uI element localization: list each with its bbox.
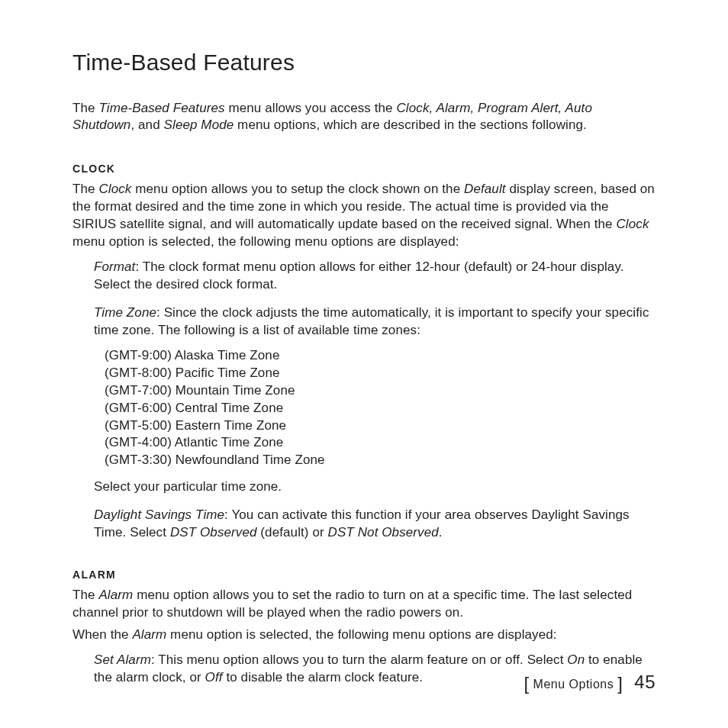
- text: : This menu option allows you to turn th…: [151, 652, 567, 667]
- page-content: Time-Based Features The Time-Based Featu…: [0, 0, 728, 728]
- page-number: 45: [634, 672, 656, 692]
- em-text: Off: [205, 670, 223, 685]
- alarm-header: ALARM: [72, 568, 656, 582]
- text: menu option is selected, the following m…: [72, 234, 459, 249]
- list-item: (GMT-4:00) Atlantic Time Zone: [105, 434, 656, 452]
- em-text: Set Alarm: [94, 652, 151, 667]
- em-text: Time-Based Features: [98, 101, 224, 115]
- page-title: Time-Based Features: [72, 47, 656, 79]
- text: When the: [72, 627, 132, 642]
- text: menu option allows you to setup the cloc…: [131, 182, 464, 196]
- text: (default) or: [257, 525, 328, 540]
- intro-paragraph: The Time-Based Features menu allows you …: [72, 100, 656, 135]
- em-text: Format: [94, 259, 135, 274]
- text: The: [72, 182, 98, 196]
- clock-paragraph-1: The Clock menu option allows you to setu…: [72, 181, 656, 251]
- em-text: On: [567, 652, 585, 667]
- list-item: (GMT-6:00) Central Time Zone: [105, 400, 656, 417]
- clock-timezone-item: Time Zone: Since the clock adjusts the t…: [94, 304, 656, 340]
- text: menu allows you access the: [225, 101, 397, 115]
- em-text: Alarm: [98, 588, 133, 602]
- text: menu option allows you to set the radio …: [72, 588, 632, 620]
- list-item: (GMT-7:00) Mountain Time Zone: [105, 382, 656, 400]
- em-text: Alarm: [132, 627, 166, 642]
- text: The: [72, 101, 98, 115]
- list-item: (GMT-9:00) Alaska Time Zone: [105, 347, 656, 365]
- alarm-paragraph-2: When the Alarm menu option is selected, …: [72, 627, 656, 644]
- clock-format-item: Format: The clock format menu option all…: [94, 259, 656, 294]
- alarm-paragraph-1: The Alarm menu option allows you to set …: [72, 587, 656, 622]
- clock-select-tz: Select your particular time zone.: [94, 478, 656, 496]
- text: The: [72, 588, 98, 602]
- list-item: (GMT-5:00) Eastern Time Zone: [105, 417, 656, 435]
- text: , and: [130, 118, 163, 132]
- clock-header: CLOCK: [72, 162, 656, 176]
- em-text: DST Observed: [170, 525, 257, 540]
- em-text: Sleep Mode: [164, 118, 234, 132]
- em-text: Daylight Savings Time: [94, 507, 224, 522]
- text: : The clock format menu option allows fo…: [94, 259, 624, 292]
- text: to disable the alarm clock feature.: [223, 670, 424, 685]
- timezone-list: (GMT-9:00) Alaska Time Zone (GMT-8:00) P…: [105, 347, 656, 470]
- text: .: [439, 525, 443, 540]
- text: menu options, which are described in the…: [234, 118, 587, 132]
- text: menu option is selected, the following m…: [166, 627, 556, 642]
- clock-dst-item: Daylight Savings Time: You can activate …: [94, 507, 656, 542]
- list-item: (GMT-3:30) Newfoundland Time Zone: [105, 452, 656, 469]
- footer-section: Menu Options: [533, 678, 614, 691]
- list-item: (GMT-8:00) Pacific Time Zone: [105, 365, 656, 382]
- em-text: Default: [464, 182, 506, 196]
- em-text: Clock: [98, 182, 131, 196]
- em-text: Clock: [616, 217, 649, 231]
- em-text: DST Not Observed: [328, 525, 439, 540]
- bracket-close: ]: [617, 673, 623, 694]
- bracket-open: [: [523, 673, 529, 694]
- em-text: Time Zone: [94, 305, 156, 320]
- text: : Since the clock adjusts the time autom…: [94, 305, 649, 337]
- page-footer: [ Menu Options ] 45: [523, 670, 656, 696]
